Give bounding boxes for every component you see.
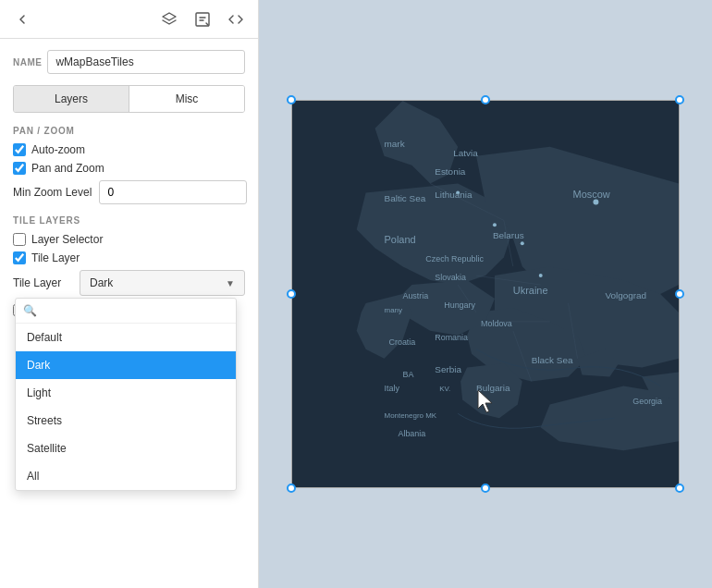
left-panel: NAME Layers Misc PAN / ZOOM Auto-zoom Pa… <box>0 0 259 588</box>
svg-text:Georgia: Georgia <box>632 397 662 406</box>
layer-selector-checkbox[interactable] <box>13 233 26 246</box>
tile-layer-dropdown-row: Tile Layer Dark ▼ 🔍 Default Dark Light S… <box>13 270 245 296</box>
svg-text:Albania: Albania <box>398 429 425 438</box>
svg-text:Romania: Romania <box>435 333 468 342</box>
tile-layer-field-label: Tile Layer <box>13 276 72 289</box>
name-input[interactable] <box>47 50 245 74</box>
dropdown-item-all[interactable]: All <box>16 462 236 490</box>
name-row: NAME <box>13 50 245 74</box>
auto-zoom-label: Auto-zoom <box>31 143 85 156</box>
tile-layer-dropdown-btn[interactable]: Dark ▼ <box>80 270 245 296</box>
svg-text:Croatia: Croatia <box>389 337 416 347</box>
svg-point-9 <box>593 199 598 204</box>
svg-text:BA: BA <box>402 370 413 379</box>
dropdown-search-input[interactable] <box>43 304 228 317</box>
svg-text:Moscow: Moscow <box>573 189 610 200</box>
code-icon-button[interactable] <box>221 5 251 34</box>
resize-handle-tm[interactable] <box>481 95 490 104</box>
min-zoom-label: Min Zoom Level <box>13 186 92 199</box>
resize-handle-br[interactable] <box>675 484 684 493</box>
resize-handle-ml[interactable] <box>287 289 296 299</box>
resize-handle-tr[interactable] <box>675 95 684 104</box>
export-icon-button[interactable] <box>188 5 217 34</box>
dropdown-menu: 🔍 Default Dark Light Streets Satellite A… <box>15 298 237 491</box>
back-button[interactable] <box>7 5 37 34</box>
tile-layer-checkbox-row: Tile Layer <box>13 251 245 264</box>
map-svg: Estonia Latvia Baltic Sea Lithuania Mosc… <box>291 100 680 488</box>
svg-text:Hungary: Hungary <box>444 300 475 310</box>
tabs: Layers Misc <box>13 85 245 113</box>
svg-point-13 <box>521 241 524 245</box>
svg-text:Ukraine: Ukraine <box>513 285 548 296</box>
pan-zoom-row: Pan and Zoom <box>13 162 245 175</box>
tile-layers-section-label: TILE LAYERS <box>13 215 245 226</box>
panel-content: NAME Layers Misc PAN / ZOOM Auto-zoom Pa… <box>0 39 258 588</box>
layers-icon-button[interactable] <box>154 5 184 34</box>
resize-handle-tl[interactable] <box>287 95 296 104</box>
dropdown-item-default[interactable]: Default <box>16 324 236 351</box>
name-label: NAME <box>13 57 42 67</box>
toolbar <box>0 0 258 39</box>
svg-text:Czech Republic: Czech Republic <box>425 254 484 263</box>
svg-point-10 <box>493 223 497 227</box>
svg-text:many: many <box>385 306 402 314</box>
dropdown-search-row: 🔍 <box>16 299 236 324</box>
svg-point-12 <box>539 274 543 277</box>
min-zoom-input[interactable] <box>99 180 247 204</box>
svg-text:Slovakia: Slovakia <box>435 273 466 282</box>
layer-selector-row: Layer Selector <box>13 233 245 246</box>
dropdown-item-light[interactable]: Light <box>16 379 236 407</box>
svg-text:mark: mark <box>385 139 405 149</box>
svg-text:Baltic Sea: Baltic Sea <box>385 193 426 203</box>
dropdown-item-dark[interactable]: Dark <box>16 351 236 379</box>
dropdown-item-satellite[interactable]: Satellite <box>16 435 236 462</box>
svg-text:Lithuania: Lithuania <box>435 190 473 200</box>
svg-text:Bulgaria: Bulgaria <box>476 383 510 393</box>
map-area: Estonia Latvia Baltic Sea Lithuania Mosc… <box>259 0 712 588</box>
search-icon: 🔍 <box>23 304 37 317</box>
resize-handle-bl[interactable] <box>287 484 296 493</box>
dropdown-item-streets[interactable]: Streets <box>16 407 236 435</box>
tab-misc[interactable]: Misc <box>129 86 244 112</box>
svg-text:Latvia: Latvia <box>453 148 478 158</box>
svg-text:Austria: Austria <box>402 291 428 300</box>
auto-zoom-row: Auto-zoom <box>13 143 245 156</box>
svg-text:Belarus: Belarus <box>493 230 524 240</box>
min-zoom-row: Min Zoom Level <box>13 180 245 204</box>
resize-handle-mr[interactable] <box>675 289 684 299</box>
svg-text:Moldova: Moldova <box>481 319 512 328</box>
pan-zoom-label: Pan and Zoom <box>31 162 104 175</box>
resize-handle-bm[interactable] <box>481 484 490 493</box>
tile-layer-checkbox[interactable] <box>13 251 26 264</box>
tile-layer-dropdown-wrapper: Dark ▼ 🔍 Default Dark Light Streets Sate… <box>80 270 245 296</box>
svg-text:Montenegro MK: Montenegro MK <box>385 411 437 420</box>
pan-zoom-checkbox[interactable] <box>13 162 26 175</box>
dropdown-selected-value: Dark <box>90 276 113 289</box>
black-sea-label: Black Sea <box>532 355 573 365</box>
dropdown-arrow-icon: ▼ <box>226 278 235 288</box>
tile-layer-checkbox-label: Tile Layer <box>31 251 80 264</box>
pan-zoom-section-label: PAN / ZOOM <box>13 126 245 136</box>
map-container[interactable]: Estonia Latvia Baltic Sea Lithuania Mosc… <box>291 100 680 488</box>
svg-text:Estonia: Estonia <box>435 166 466 177</box>
svg-text:Italy: Italy <box>385 384 400 393</box>
toolbar-icon-group <box>154 5 251 34</box>
svg-text:Serbia: Serbia <box>435 364 461 374</box>
svg-text:Volgograd: Volgograd <box>605 290 646 300</box>
svg-text:KV.: KV. <box>439 385 450 393</box>
svg-text:Poland: Poland <box>385 234 416 245</box>
auto-zoom-checkbox[interactable] <box>13 143 26 156</box>
tab-layers[interactable]: Layers <box>14 86 129 112</box>
layer-selector-label: Layer Selector <box>31 233 103 246</box>
